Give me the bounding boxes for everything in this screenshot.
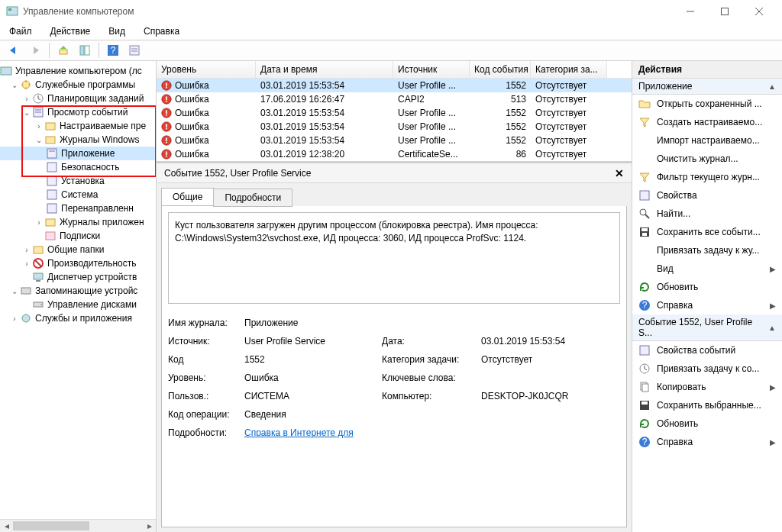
col-source[interactable]: Источник (393, 61, 470, 78)
properties-button[interactable] (125, 42, 144, 59)
action-event-properties[interactable]: Свойства событий (632, 341, 782, 360)
svg-rect-33 (34, 273, 43, 279)
action-import-custom[interactable]: Импорт настраиваемо... (632, 131, 782, 150)
tree-label: Служебные программы (35, 79, 135, 90)
event-list-header: Уровень Дата и время Источник Код событи… (157, 61, 632, 79)
tree-storage[interactable]: ⌄Запоминающие устройс (0, 284, 156, 298)
collapse-icon: ▲ (768, 324, 776, 332)
actions-header: Действия (632, 61, 782, 79)
event-row[interactable]: Ошибка03.01.2019 12:38:20CertificateSe..… (157, 147, 632, 161)
tree-setup[interactable]: Установка (0, 174, 156, 188)
col-category[interactable]: Категория за... (531, 61, 607, 78)
tree-scrollbar[interactable]: ◂ ▸ (0, 519, 156, 532)
tree-security[interactable]: Безопасность (0, 160, 156, 174)
tree-device-manager[interactable]: Диспетчер устройств (0, 270, 156, 284)
save-icon (638, 226, 651, 238)
action-copy[interactable]: Копировать▶ (632, 378, 782, 396)
back-button[interactable] (5, 42, 23, 59)
svg-rect-55 (166, 152, 167, 155)
tree-system-tools[interactable]: ⌄Служебные программы (0, 78, 156, 92)
action-refresh[interactable]: Обновить (632, 278, 782, 296)
val-more-link[interactable]: Справка в Интернете для (244, 427, 620, 438)
tree-disk-management[interactable]: Управление дисками (0, 298, 156, 311)
forward-button[interactable] (26, 42, 44, 59)
action-filter-log[interactable]: Фильтр текущего журн... (632, 168, 782, 186)
chevron-right-icon: ▶ (770, 438, 776, 447)
menu-file[interactable]: Файл (6, 24, 35, 38)
scroll-right-icon[interactable]: ▸ (143, 520, 156, 532)
tree-label: Запоминающие устройс (35, 285, 137, 296)
tree-system[interactable]: Система (0, 188, 156, 202)
event-row[interactable]: Ошибка03.01.2019 15:53:54User Profile ..… (157, 120, 632, 134)
navigation-tree[interactable]: Управление компьютером (лс ⌄Служебные пр… (0, 61, 157, 532)
svg-rect-34 (36, 280, 40, 282)
tree-windows-logs[interactable]: ⌄Журналы Windows (0, 133, 156, 147)
scroll-left-icon[interactable]: ◂ (0, 520, 13, 532)
action-find[interactable]: Найти... (632, 205, 782, 223)
menu-action[interactable]: Действие (47, 24, 94, 38)
help-icon: ? (638, 436, 651, 448)
lbl-level: Уровень: (168, 372, 244, 383)
up-button[interactable] (54, 42, 73, 59)
tree-subscriptions[interactable]: Подписки (0, 229, 156, 243)
tree-performance[interactable]: ›Производительность (0, 256, 156, 270)
maximize-button[interactable] (707, 0, 742, 23)
event-row[interactable]: Ошибка03.01.2019 15:53:54User Profile ..… (157, 106, 632, 120)
tree-services-apps[interactable]: ›Службы и приложения (0, 311, 156, 325)
tree-forwarded[interactable]: Перенаправленн (0, 202, 156, 215)
copy-icon (638, 381, 651, 393)
minimize-button[interactable] (673, 0, 707, 23)
tree-application[interactable]: Приложение (0, 147, 156, 160)
tree-shared-folders[interactable]: ›Общие папки (0, 243, 156, 256)
action-refresh-2[interactable]: Обновить (632, 414, 782, 433)
action-attach-task-event[interactable]: Привязать задачу к со... (632, 360, 782, 378)
action-clear-log[interactable]: Очистить журнал... (632, 150, 782, 168)
svg-rect-6 (60, 50, 67, 54)
val-user: СИСТЕМА (244, 391, 382, 401)
action-view[interactable]: Вид▶ (632, 260, 782, 278)
svg-rect-44 (166, 101, 167, 102)
action-save-selected[interactable]: Сохранить выбранные... (632, 396, 782, 414)
detail-close-button[interactable]: ✕ (615, 167, 624, 179)
tree-custom-views[interactable]: ›Настраиваемые пре (0, 119, 156, 133)
tree-event-viewer[interactable]: ⌄Просмотр событий (0, 105, 156, 119)
action-save-all[interactable]: Сохранить все событи... (632, 223, 782, 241)
help-button[interactable]: ? (104, 42, 122, 59)
action-properties[interactable]: Свойства (632, 186, 782, 205)
action-help-2[interactable]: ?Справка▶ (632, 433, 782, 451)
svg-rect-62 (642, 233, 647, 236)
tab-details[interactable]: Подробности (213, 189, 292, 207)
event-row[interactable]: Ошибка03.01.2019 15:53:54User Profile ..… (157, 79, 632, 92)
actions-group-application[interactable]: Приложение▲ (632, 79, 782, 95)
lbl-date: Дата: (382, 336, 481, 347)
col-level[interactable]: Уровень (157, 61, 256, 78)
tree-label: Перенаправленн (61, 203, 134, 214)
tree-app-logs[interactable]: ›Журналы приложен (0, 215, 156, 229)
close-button[interactable] (742, 0, 776, 23)
svg-rect-0 (7, 7, 18, 15)
svg-rect-30 (34, 247, 43, 253)
properties-icon (638, 189, 651, 202)
scroll-thumb[interactable] (13, 521, 89, 530)
tree-label: Система (61, 189, 98, 200)
col-datetime[interactable]: Дата и время (256, 61, 393, 78)
action-create-custom[interactable]: Создать настраиваемо... (632, 113, 782, 131)
col-eventid[interactable]: Код события (470, 61, 531, 78)
svg-rect-26 (47, 190, 57, 199)
svg-rect-50 (166, 128, 167, 130)
tree-root[interactable]: Управление компьютером (лс (0, 64, 156, 78)
val-source: User Profile Service (244, 336, 382, 347)
menu-help[interactable]: Справка (141, 24, 183, 38)
action-help[interactable]: ?Справка▶ (632, 296, 782, 314)
action-attach-task[interactable]: Привязать задачу к жу... (632, 241, 782, 260)
tab-general[interactable]: Общие (161, 188, 214, 206)
event-row[interactable]: Ошибка17.06.2019 16:26:47CAPI2513Отсутст… (157, 92, 632, 106)
actions-group-event[interactable]: Событие 1552, User Profile S...▲ (632, 314, 782, 341)
tree-task-scheduler[interactable]: ›Планировщик заданий (0, 92, 156, 105)
action-open-saved[interactable]: Открыть сохраненный ... (632, 95, 782, 113)
lbl-keywords: Ключевые слова: (382, 372, 481, 383)
svg-line-32 (35, 260, 41, 266)
menu-view[interactable]: Вид (105, 24, 128, 38)
show-hide-button[interactable] (76, 42, 94, 59)
event-row[interactable]: Ошибка03.01.2019 15:53:54User Profile ..… (157, 134, 632, 147)
